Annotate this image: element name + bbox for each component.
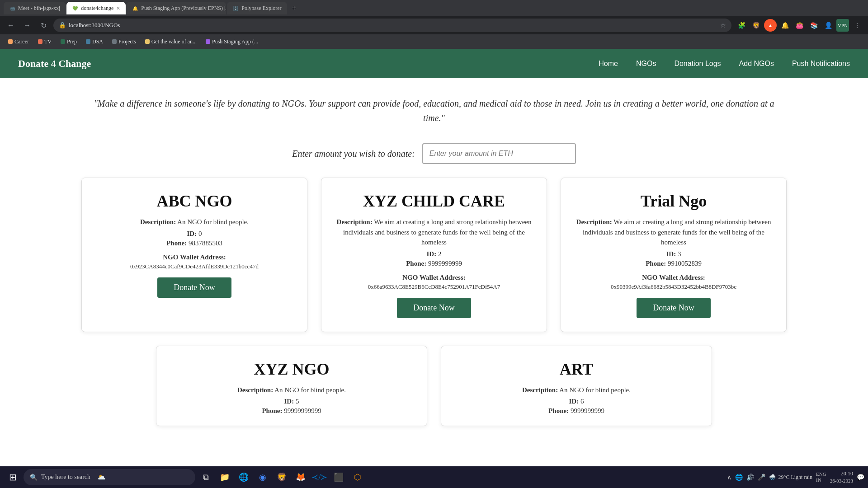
ngo-abc-wallet-addr: 0x923CA8344c0Caf9CDe423AfdE339Dc121b0cc4…	[93, 263, 296, 270]
tab-close-icon[interactable]: ✕	[116, 5, 120, 11]
bookmark-career[interactable]: Career	[5, 38, 33, 46]
tab-donate4change[interactable]: 💚 donate4change ✕	[66, 2, 126, 14]
ngo-trial-wallet-addr: 0x90399e9Af3fa6682b5843D32452bb4B8DF9703…	[572, 283, 775, 291]
profile-icon[interactable]: 👤	[822, 19, 835, 32]
bookmark-pushstaging[interactable]: Push Staging App (...	[202, 38, 262, 46]
toolbar-icons: 🧩 🦁 ▲ 🔔 👛 📚 👤 VPN ⋮	[735, 19, 863, 32]
tab-meet-label: Meet - bfh-jsgz-xxj	[18, 5, 60, 12]
donation-amount-input[interactable]	[422, 143, 576, 164]
lock-icon: 🔒	[59, 22, 66, 29]
bookmark-getvalue-label: Get the value of an...	[151, 38, 197, 45]
ngo-abc-id: ID: 0	[93, 230, 296, 238]
brave-shield-icon[interactable]: 🦁	[750, 19, 762, 32]
tab-push-label: Push Staging App (Previously EPNS) |...	[141, 5, 226, 12]
ngo-xyz-child-phone: Phone: 9999999999	[332, 260, 536, 267]
address-bar-icons: ☆	[720, 22, 726, 29]
menu-icon[interactable]: ⋮	[851, 19, 863, 32]
tab-polybase-label: Polybase Explorer	[241, 5, 281, 12]
hero-quote: "Make a difference in someone's life by …	[0, 78, 868, 139]
address-bar-row: ← → ↻ 🔒 localhost:3000/NGOs ☆ 🧩 🦁 ▲ 🔔 👛 …	[0, 16, 868, 34]
hero-quote-text: "Make a difference in someone's life by …	[90, 96, 778, 125]
ngo-art-phone: Phone: 9999999999	[452, 407, 701, 415]
bookmark-tv[interactable]: TV	[34, 38, 55, 46]
extensions-icon[interactable]: 🧩	[735, 19, 748, 32]
bookmark-tv-icon	[38, 39, 42, 44]
nav-push-notifications[interactable]: Push Notifications	[792, 60, 850, 68]
ngo-abc-phone: Phone: 9837885503	[93, 239, 296, 247]
ngo-card-art: ART Description: An NGO for blind people…	[441, 346, 712, 427]
ngo-xyz-child-donate-btn[interactable]: Donate Now	[397, 298, 471, 318]
bookmark-dsa-label: DSA	[92, 38, 103, 45]
bookmark-projects[interactable]: Projects	[108, 38, 140, 46]
tab-push[interactable]: 🔔 Push Staging App (Previously EPNS) |..…	[127, 2, 226, 14]
address-text: localhost:3000/NGOs	[69, 22, 120, 29]
bookmarks-bar: Career TV Prep DSA Projects Get the valu…	[0, 34, 868, 49]
bookmark-dsa-icon	[86, 39, 90, 44]
ngo-card-xyz-child: XYZ CHILD CARE Description: We aim at cr…	[321, 178, 547, 332]
bookmark-career-label: Career	[14, 38, 29, 45]
ngo-trial-phone: Phone: 9910052839	[572, 260, 775, 267]
bookmark-prep[interactable]: Prep	[57, 38, 80, 46]
tab-polybase[interactable]: 🗄️ Polybase Explorer	[227, 2, 287, 14]
nav-ngos[interactable]: NGOs	[636, 60, 656, 68]
bookmark-prep-label: Prep	[67, 38, 77, 45]
ngo-trial-id: ID: 3	[572, 250, 775, 258]
ngo-art-description: Description: An NGO for blind people.	[452, 385, 701, 395]
bookmark-prep-icon	[61, 39, 65, 44]
ngo-xyz-child-wallet-addr: 0x66a9633AC8E529B6CcD8E4c752901A71FcDf54…	[332, 283, 536, 291]
bookmark-career-icon	[8, 39, 13, 44]
ngo-xyz-child-description: Description: We aim at creating a long a…	[332, 217, 536, 248]
nav-brand: Donate 4 Change	[18, 58, 91, 70]
ngo-abc-donate-btn[interactable]: Donate Now	[157, 277, 231, 298]
ngo-xyz-child-title: XYZ CHILD CARE	[332, 192, 536, 211]
donation-input-label: Enter amount you wish to donate:	[292, 149, 415, 159]
nav-links: Home NGOs Donation Logs Add NGOs Push No…	[599, 60, 850, 68]
tab-donate-label: donate4change	[81, 5, 113, 12]
nav-add-ngos[interactable]: Add NGOs	[739, 60, 774, 68]
rewards-icon[interactable]: ▲	[764, 19, 777, 32]
ngo-art-id: ID: 6	[452, 398, 701, 405]
bookmark-pushstaging-icon	[206, 39, 210, 44]
navbar: Donate 4 Change Home NGOs Donation Logs …	[0, 49, 868, 78]
reload-button[interactable]: ↻	[37, 19, 50, 32]
ngo-abc-description: Description: An NGO for blind people.	[93, 217, 296, 227]
bookmark-dsa[interactable]: DSA	[82, 38, 107, 46]
bookmark-pushstaging-label: Push Staging App (...	[212, 38, 258, 45]
ngo-trial-title: Trial Ngo	[572, 192, 775, 211]
ngo-xyz-title: XYZ NGO	[167, 360, 416, 379]
back-button[interactable]: ←	[5, 19, 17, 32]
ngo-card-xyz: XYZ NGO Description: An NGO for blind pe…	[156, 346, 427, 427]
ngo-cards-row-1: ABC NGO Description: An NGO for blind pe…	[27, 178, 841, 332]
new-tab-button[interactable]: +	[288, 2, 301, 14]
tab-meet-favicon: 📹	[9, 5, 15, 11]
donation-input-row: Enter amount you wish to donate:	[0, 139, 868, 178]
bookmark-tv-label: TV	[44, 38, 52, 45]
tab-polybase-favicon: 🗄️	[232, 5, 239, 11]
forward-button[interactable]: →	[21, 19, 33, 32]
ngo-cards-container: ABC NGO Description: An NGO for blind pe…	[0, 178, 868, 426]
bookmark-projects-label: Projects	[118, 38, 136, 45]
ngo-trial-donate-btn[interactable]: Donate Now	[637, 298, 710, 318]
ngo-xyz-phone: Phone: 99999999999	[167, 407, 416, 415]
ngo-xyz-id: ID: 5	[167, 398, 416, 405]
ngo-xyz-child-id: ID: 2	[332, 250, 536, 258]
ngo-cards-row-2: XYZ NGO Description: An NGO for blind pe…	[27, 346, 841, 427]
ngo-card-trial: Trial Ngo Description: We aim at creatin…	[561, 178, 787, 332]
tab-push-favicon: 🔔	[132, 5, 138, 11]
bookmark-manager-icon[interactable]: 📚	[807, 19, 820, 32]
ngo-xyz-description: Description: An NGO for blind people.	[167, 385, 416, 395]
tab-bar: 📹 Meet - bfh-jsgz-xxj 💚 donate4change ✕ …	[0, 0, 868, 16]
bookmark-star-icon[interactable]: ☆	[720, 22, 726, 29]
vpn-icon[interactable]: VPN	[836, 19, 849, 32]
nav-home[interactable]: Home	[599, 60, 618, 68]
ngo-abc-title: ABC NGO	[93, 192, 296, 211]
bookmark-getvalue[interactable]: Get the value of an...	[142, 38, 200, 46]
address-bar[interactable]: 🔒 localhost:3000/NGOs ☆	[53, 19, 731, 32]
bookmark-getvalue-icon	[145, 39, 150, 44]
wallet-icon[interactable]: 👛	[793, 19, 806, 32]
tab-meet[interactable]: 📹 Meet - bfh-jsgz-xxj	[4, 2, 66, 14]
bookmark-projects-icon	[112, 39, 117, 44]
ngo-card-abc: ABC NGO Description: An NGO for blind pe…	[81, 178, 307, 332]
nav-donation-logs[interactable]: Donation Logs	[674, 60, 721, 68]
notifications-icon[interactable]: 🔔	[778, 19, 791, 32]
